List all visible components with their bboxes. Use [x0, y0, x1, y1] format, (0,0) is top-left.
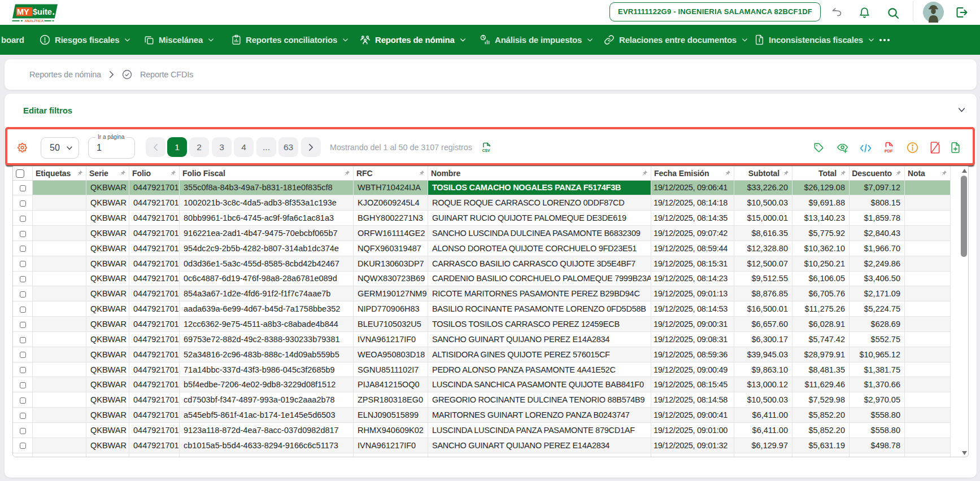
svg-text:MY: MY — [17, 7, 29, 16]
svg-text:CSV: CSV — [482, 148, 490, 152]
svg-text:ANALÍTICA: ANALÍTICA — [25, 19, 44, 23]
svg-text:$uite: $uite — [33, 7, 52, 16]
svg-text:PDF: PDF — [885, 148, 893, 154]
